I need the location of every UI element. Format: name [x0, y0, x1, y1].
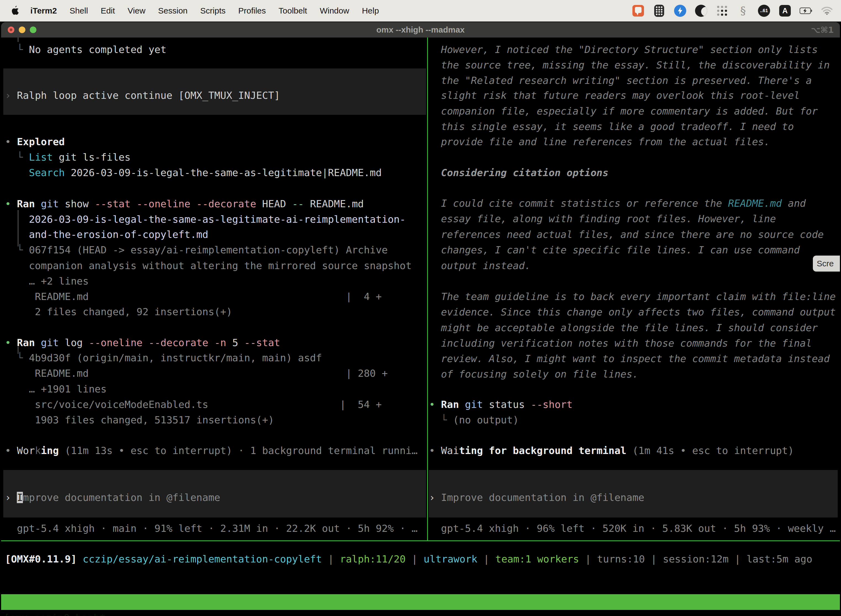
- menu-item-session[interactable]: Session: [158, 6, 188, 15]
- menu-item-scripts[interactable]: Scripts: [200, 6, 226, 15]
- apple-logo-icon[interactable]: [11, 5, 21, 16]
- menu-item-help[interactable]: Help: [362, 6, 379, 15]
- menu-item-view[interactable]: View: [128, 6, 145, 15]
- menu-bar: iTerm2 ShellEditViewSessionScriptsProfil…: [0, 0, 841, 22]
- menu-items: iTerm2 ShellEditViewSessionScriptsProfil…: [30, 6, 391, 15]
- menu-item-profiles[interactable]: Profiles: [238, 6, 266, 15]
- menu-item-edit[interactable]: Edit: [101, 6, 115, 15]
- squiggle-status-icon[interactable]: §: [737, 4, 749, 17]
- tmux-session-label: [omx-cczip0:bash*: [4, 610, 105, 616]
- tmux-status-bar: [omx-cczip0:bash* "MacBook-Pro-44.local"…: [1, 594, 840, 610]
- wifi-icon[interactable]: [820, 4, 833, 17]
- menu-item-window[interactable]: Window: [320, 6, 349, 15]
- keypad-app-icon[interactable]: [653, 4, 665, 17]
- dots-grid-icon[interactable]: [716, 4, 728, 17]
- crescent-app-icon[interactable]: [695, 4, 708, 17]
- menu-item-shell[interactable]: Shell: [70, 6, 88, 15]
- a-app-icon[interactable]: A: [779, 4, 791, 17]
- iterm2-window: omx --xhigh --madmax ⌥⌘1 └ No agents com…: [1, 22, 840, 616]
- chat-app-icon[interactable]: [632, 4, 645, 17]
- omx-status-bar: [OMX#0.11.9] cczip/essay/ai-reimplementa…: [1, 22, 840, 594]
- bolt-badge-icon[interactable]: [674, 4, 687, 17]
- menu-bar-status-icons: § ..61 A: [632, 4, 833, 17]
- screen-share-overlay[interactable]: Scre: [813, 255, 840, 271]
- battery-icon[interactable]: [800, 4, 812, 17]
- circle-61-icon[interactable]: ..61: [757, 4, 771, 17]
- terminal-line: [OMX#0.11.9] cczip/essay/ai-reimplementa…: [5, 551, 840, 567]
- menu-item-toolbelt[interactable]: Toolbelt: [279, 6, 307, 15]
- menu-item-iterm2[interactable]: iTerm2: [30, 6, 57, 15]
